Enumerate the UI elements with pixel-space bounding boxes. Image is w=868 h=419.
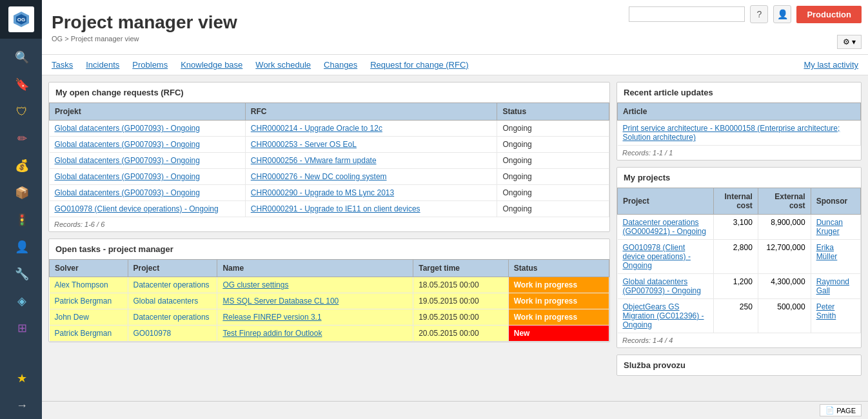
page-icon: 📄 <box>825 406 834 414</box>
rfc-rfc-link[interactable]: CHR0000256 - VMware farm update <box>251 156 377 165</box>
rfc-projekt-link[interactable]: Global datacenters (GP007093) - Ongoing <box>55 140 200 149</box>
table-row: Global datacenters (GP007093) - Ongoing … <box>50 169 609 185</box>
breadcrumb-current: Project manager view <box>71 35 139 43</box>
table-row: Patrick Bergman GO010978 Test Finrep add… <box>50 326 609 342</box>
articles-records: Records: 1-1 / 1 <box>617 146 861 160</box>
tasks-col-target: Target time <box>413 260 509 277</box>
project-link[interactable]: ObjectGears GS Migration (GC012396) - On… <box>623 302 704 329</box>
article-col-header: Article <box>618 103 861 121</box>
projects-records: Records: 1-4 / 4 <box>617 333 861 347</box>
sidebar-star-icon[interactable]: ★ <box>0 365 42 392</box>
table-row: Global datacenters (GP007093) - Ongoing … <box>618 274 861 299</box>
rfc-col-rfc: RFC <box>245 103 497 121</box>
rfc-projekt-link[interactable]: Global datacenters (GP007093) - Ongoing <box>55 172 200 181</box>
tasks-col-project: Project <box>128 260 217 277</box>
project-link[interactable]: Global datacenters (GP007093) - Ongoing <box>623 277 701 295</box>
content-area: My open change requests (RFC) Projekt RF… <box>42 75 868 401</box>
page-label: PAGE <box>836 407 856 414</box>
table-row: Global datacenters (GP007093) - Ongoing … <box>50 185 609 201</box>
task-name-link[interactable]: MS SQL Server Database CL 100 <box>222 297 339 306</box>
breadcrumb-home[interactable]: OG <box>52 35 63 43</box>
sidebar-pencil-icon[interactable]: ✏ <box>0 125 42 152</box>
sidebar-search-icon[interactable]: 🔍 <box>0 44 42 71</box>
task-name-link[interactable]: Release FINREP version 3.1 <box>222 313 321 322</box>
rfc-rfc-link[interactable]: CHR0000276 - New DC cooling system <box>251 172 387 181</box>
table-row: Datacenter operations (GO0004921) - Ongo… <box>618 215 861 240</box>
tab-rfc[interactable]: Request for change (RFC) <box>370 60 468 70</box>
table-row: Print service architecture - KB0000158 (… <box>618 121 861 146</box>
sidebar-arrow-icon[interactable]: → <box>0 392 42 419</box>
task-name-link[interactable]: Test Finrep addin for Outlook <box>222 329 322 338</box>
table-row: GO010978 (Client device operations) - On… <box>618 240 861 274</box>
sidebar-logo: OG <box>0 0 42 39</box>
sidebar: OG 🔍 🔖 🛡 ✏ 💰 📦 🚦 👤 🔧 ◈ ⊞ ★ → <box>0 0 42 419</box>
sponsor-link[interactable]: Erika Müller <box>816 243 838 261</box>
table-row: Alex Thompson Datacenter operations OG c… <box>50 277 609 293</box>
rfc-col-projekt: Projekt <box>50 103 246 121</box>
task-name-link[interactable]: OG cluster settings <box>222 280 288 289</box>
sidebar-coins-icon[interactable]: 💰 <box>0 152 42 179</box>
page-button[interactable]: 📄 PAGE <box>820 404 862 416</box>
breadcrumb-separator: > <box>64 35 70 43</box>
sidebar-bookmark-icon[interactable]: 🔖 <box>0 71 42 98</box>
proj-col-internal: Internal cost <box>713 188 758 215</box>
table-row: Global datacenters (GP007093) - Ongoing … <box>50 121 609 137</box>
rfc-card: My open change requests (RFC) Projekt RF… <box>48 82 610 232</box>
global-search-input[interactable] <box>629 6 745 22</box>
tab-tasks[interactable]: Tasks <box>52 60 73 70</box>
settings-button[interactable]: ⚙ ▾ <box>837 35 862 49</box>
tab-last-activity[interactable]: My last activity <box>804 60 858 70</box>
tasks-table: Solver Project Name Target time Status A… <box>49 259 609 342</box>
rfc-projekt-link[interactable]: Global datacenters (GP007093) - Ongoing <box>55 156 200 165</box>
rfc-rfc-link[interactable]: CHR0000214 - Upgrade Oracle to 12c <box>251 124 382 133</box>
sidebar-layers-icon[interactable]: ◈ <box>0 287 42 315</box>
tab-work-schedule[interactable]: Work schedule <box>255 60 311 70</box>
topbar: Project manager view OG > Project manage… <box>42 0 868 55</box>
sponsor-link[interactable]: Peter Smith <box>816 302 836 320</box>
tasks-col-solver: Solver <box>50 260 128 277</box>
project-link[interactable]: GO010978 (Client device operations) - On… <box>623 243 691 270</box>
sidebar-shield-icon[interactable]: 🛡 <box>0 98 42 125</box>
tab-incidents[interactable]: Incidents <box>86 60 119 70</box>
table-row: Global datacenters (GP007093) - Ongoing … <box>50 137 609 153</box>
rfc-projekt-link[interactable]: Global datacenters (GP007093) - Ongoing <box>55 124 200 133</box>
tasks-col-status: Status <box>508 260 609 277</box>
table-row: Global datacenters (GP007093) - Ongoing … <box>50 153 609 169</box>
tab-knowledge-base[interactable]: Knowledge base <box>181 60 242 70</box>
sluzba-card: Služba provozu <box>616 355 862 376</box>
right-column: Recent article updates Article Print ser… <box>616 82 862 395</box>
rfc-col-status: Status <box>497 103 609 121</box>
tasks-card-header: Open tasks - project manager <box>49 239 609 259</box>
sidebar-tools-icon[interactable]: 🔧 <box>0 260 42 287</box>
rfc-rfc-link[interactable]: CHR0000253 - Server OS EoL <box>251 140 357 149</box>
tab-changes[interactable]: Changes <box>324 60 357 70</box>
nav-tabs: Tasks Incidents Problems Knowledge base … <box>42 55 868 75</box>
rfc-rfc-link[interactable]: CHR0000290 - Upgrade to MS Lync 2013 <box>251 188 394 197</box>
main-wrapper: Project manager view OG > Project manage… <box>42 0 868 419</box>
sponsor-link[interactable]: Duncan Kruger <box>816 218 843 236</box>
production-badge: Production <box>796 6 862 23</box>
projects-table: Project Internal cost External cost Spon… <box>617 188 861 333</box>
sidebar-person-icon[interactable]: 👤 <box>0 233 42 260</box>
sidebar-traffic-icon[interactable]: 🚦 <box>0 206 42 233</box>
sidebar-box-icon[interactable]: 📦 <box>0 179 42 206</box>
rfc-projekt-link[interactable]: GO010978 (Client device operations) - On… <box>55 204 219 213</box>
article-link[interactable]: Print service architecture - KB0000158 (… <box>623 124 840 142</box>
rfc-records: Records: 1-6 / 6 <box>49 217 609 231</box>
tab-problems[interactable]: Problems <box>132 60 168 70</box>
svg-text:OG: OG <box>17 17 25 23</box>
help-icon-btn[interactable]: ? <box>750 5 768 23</box>
user-icon-btn[interactable]: 👤 <box>773 5 791 23</box>
left-column: My open change requests (RFC) Projekt RF… <box>48 82 610 395</box>
topbar-right: ? 👤 Production <box>629 5 862 23</box>
proj-col-external: External cost <box>758 188 811 215</box>
rfc-projekt-link[interactable]: Global datacenters (GP007093) - Ongoing <box>55 188 200 197</box>
my-projects-header: My projects <box>617 168 861 188</box>
sponsor-link[interactable]: Raymond Gall <box>816 277 849 295</box>
table-row: ObjectGears GS Migration (GC012396) - On… <box>618 299 861 333</box>
sidebar-grid-icon[interactable]: ⊞ <box>0 315 42 342</box>
project-link[interactable]: Datacenter operations (GO0004921) - Ongo… <box>623 218 706 236</box>
rfc-rfc-link[interactable]: CHR0000291 - Upgrade to IE11 on client d… <box>251 204 420 213</box>
sluzba-header: Služba provozu <box>617 355 861 375</box>
table-row: John Dew Datacenter operations Release F… <box>50 309 609 326</box>
